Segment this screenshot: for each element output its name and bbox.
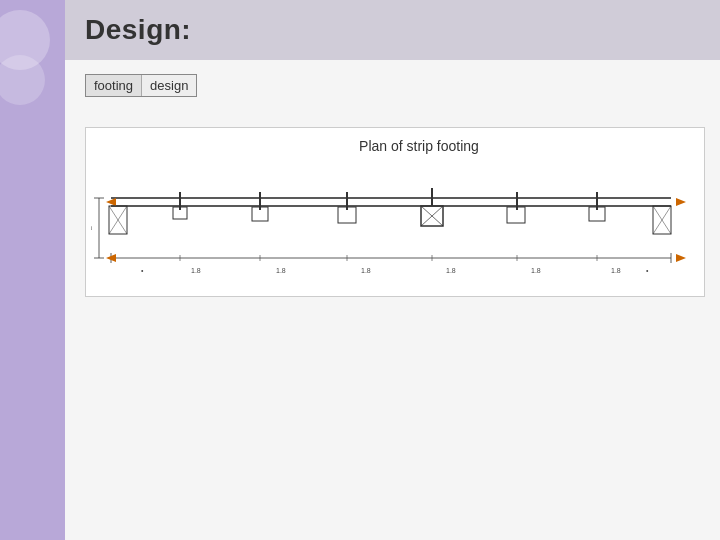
main-content: Design: footing design Plan of strip foo… (65, 0, 720, 540)
footing-plan-svg: • 1.8 1.8 1.8 1.8 1.8 1.8 • B (91, 158, 701, 293)
sidebar (0, 0, 65, 540)
header-bar: Design: (65, 0, 720, 60)
tag-design-label: design (142, 75, 196, 96)
tag-footing-label: footing (86, 75, 142, 96)
svg-rect-16 (431, 188, 433, 206)
strip-footing-diagram: Plan of strip footing (85, 127, 705, 297)
svg-text:1.8: 1.8 (276, 267, 286, 274)
svg-text:B: B (91, 226, 93, 230)
svg-text:1.8: 1.8 (611, 267, 621, 274)
circle-decoration-mid (0, 55, 45, 105)
svg-marker-2 (106, 198, 116, 206)
svg-text:1.8: 1.8 (531, 267, 541, 274)
diagram-title: Plan of strip footing (359, 138, 479, 154)
svg-text:•: • (141, 267, 144, 274)
svg-marker-3 (676, 198, 686, 206)
content-area: footing design Plan of strip footing (65, 60, 720, 540)
svg-marker-42 (676, 254, 686, 262)
page-title: Design: (85, 14, 191, 46)
svg-text:1.8: 1.8 (361, 267, 371, 274)
svg-text:1.8: 1.8 (446, 267, 456, 274)
footing-design-tag[interactable]: footing design (85, 74, 197, 97)
svg-text:1.8: 1.8 (191, 267, 201, 274)
svg-text:•: • (646, 267, 649, 274)
